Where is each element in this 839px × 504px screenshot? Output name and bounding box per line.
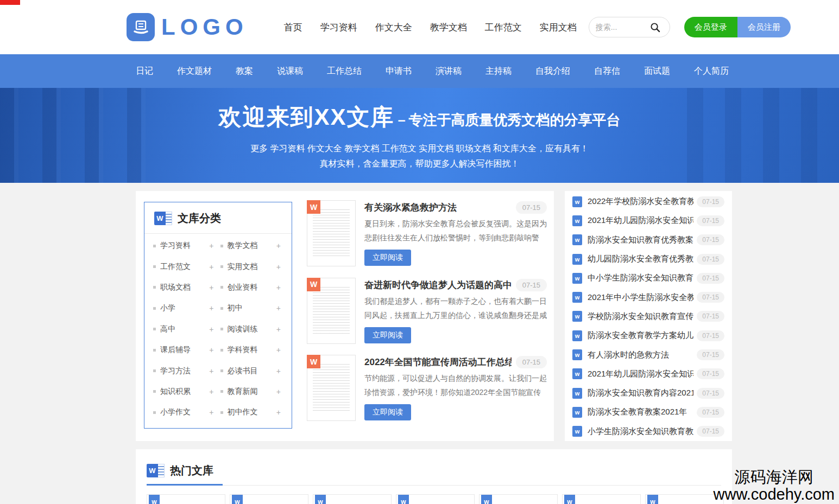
category-item[interactable]: 学科资料 + <box>220 340 288 360</box>
subnav-item[interactable]: 作文题材 <box>177 66 212 77</box>
subnav-item[interactable]: 说课稿 <box>277 66 303 77</box>
doc-title[interactable]: 2021年幼儿园防溺水安全知识 <box>588 369 693 379</box>
doc-list-item[interactable]: w 有人溺水时的急救方法 07-15 <box>572 345 724 364</box>
member-register-button[interactable]: 会员注册 <box>737 17 791 37</box>
hot-doc-card[interactable]: w <box>230 494 308 504</box>
category-item[interactable]: 教学文档 + <box>220 235 288 256</box>
category-item[interactable]: 学习资料 + <box>153 235 220 256</box>
doc-thumbnail[interactable]: W <box>307 355 356 421</box>
doc-thumbnail[interactable]: W <box>307 278 356 344</box>
plus-icon[interactable]: + <box>209 387 213 396</box>
doc-list-item[interactable]: w 防溺水安全知识教育优秀教案 07-15 <box>572 231 724 250</box>
plus-icon[interactable]: + <box>209 408 213 417</box>
doc-list-item[interactable]: w 2021年中小学生防溺水安全教 07-15 <box>572 288 724 307</box>
plus-icon[interactable]: + <box>209 325 213 334</box>
plus-icon[interactable]: + <box>209 367 213 375</box>
category-item[interactable]: 职场文档 + <box>153 277 220 298</box>
doc-list-item[interactable]: w 2021年幼儿园防溺水安全知识 07-15 <box>572 211 724 230</box>
hot-doc-card[interactable]: w <box>396 494 475 504</box>
doc-list-item[interactable]: w 中小学生防溺水安全知识教育教 07-15 <box>572 269 724 288</box>
doc-title[interactable]: 防溺水安全知识教育内容2021 <box>588 388 693 398</box>
read-now-button[interactable]: 立即阅读 <box>364 327 411 343</box>
category-item[interactable]: 知识积累 + <box>153 381 220 402</box>
site-logo[interactable]: LOGO <box>127 13 248 41</box>
plus-icon[interactable]: + <box>276 263 281 271</box>
plus-icon[interactable]: + <box>209 263 213 271</box>
hot-doc-card[interactable]: w <box>562 494 641 504</box>
category-item[interactable]: 教育新闻 + <box>220 381 288 402</box>
main-nav-item[interactable]: 教学文档 <box>430 21 467 34</box>
search-box[interactable] <box>589 17 670 37</box>
hot-doc-card[interactable]: w <box>645 494 724 504</box>
main-nav-item[interactable]: 学习资料 <box>320 21 357 34</box>
category-item[interactable]: 必读书目 + <box>220 360 288 381</box>
subnav-item[interactable]: 演讲稿 <box>436 66 462 77</box>
doc-title[interactable]: 幼儿园防溺水安全教育优秀教案 <box>588 254 693 264</box>
category-item[interactable]: 高中 + <box>153 319 220 340</box>
doc-list-item[interactable]: w 幼儿园防溺水安全教育优秀教案 07-15 <box>572 250 724 269</box>
hot-doc-card[interactable]: w <box>479 494 558 504</box>
subnav-item[interactable]: 申请书 <box>386 66 412 77</box>
category-item[interactable]: 课后辅导 + <box>153 340 220 360</box>
plus-icon[interactable]: + <box>276 241 281 250</box>
doc-thumbnail[interactable]: W <box>307 200 356 266</box>
subnav-item[interactable]: 个人简历 <box>694 66 729 77</box>
category-item[interactable]: 学习方法 + <box>153 360 220 381</box>
subnav-item[interactable]: 日记 <box>136 66 153 77</box>
doc-list-item[interactable]: w 学校防溺水安全知识教育宣传与 07-15 <box>572 307 724 326</box>
doc-list-item[interactable]: w 2022年学校防溺水安全教育教 07-15 <box>572 192 724 211</box>
category-item[interactable]: 初中 + <box>220 298 288 318</box>
search-icon[interactable] <box>650 22 660 33</box>
plus-icon[interactable]: + <box>276 283 281 292</box>
plus-icon[interactable]: + <box>276 325 281 334</box>
doc-title[interactable]: 防溺水安全教育教学方案幼儿园 <box>588 330 693 341</box>
category-item[interactable]: 小学 + <box>153 298 220 318</box>
plus-icon[interactable]: + <box>209 346 213 354</box>
plus-icon[interactable]: + <box>276 346 281 354</box>
category-item[interactable]: 阅读训练 + <box>220 319 288 340</box>
doc-list-item[interactable]: w 小学生防溺水安全知识教育教案 07-15 <box>572 422 724 441</box>
doc-title[interactable]: 小学生防溺水安全知识教育教案 <box>588 426 693 437</box>
plus-icon[interactable]: + <box>276 408 281 417</box>
doc-title[interactable]: 2021年中小学生防溺水安全教 <box>588 292 693 303</box>
main-nav-item[interactable]: 作文大全 <box>375 21 412 34</box>
doc-list-item[interactable]: w 2021年幼儿园防溺水安全知识 07-15 <box>572 365 724 384</box>
subnav-item[interactable]: 教案 <box>236 66 253 77</box>
main-nav-item[interactable]: 实用文档 <box>540 21 577 34</box>
category-item[interactable]: 工作范文 + <box>153 256 220 277</box>
article-title[interactable]: 2022年全国节能宣传周活动工作总结范 <box>364 356 512 368</box>
category-item[interactable]: 初中作文 + <box>220 402 288 423</box>
doc-title[interactable]: 2021年幼儿园防溺水安全知识 <box>588 215 693 226</box>
subnav-item[interactable]: 工作总结 <box>327 66 362 77</box>
subnav-item[interactable]: 自荐信 <box>594 66 620 77</box>
hot-doc-card[interactable]: w <box>147 494 225 504</box>
subnav-item[interactable]: 自我介绍 <box>535 66 570 77</box>
doc-title[interactable]: 防溺水安全知识教育优秀教案 <box>588 235 693 245</box>
doc-title[interactable]: 有人溺水时的急救方法 <box>588 350 693 360</box>
doc-title[interactable]: 防溺水安全教育教案2021年 <box>588 407 693 417</box>
plus-icon[interactable]: + <box>209 304 213 312</box>
hot-doc-card[interactable]: w <box>313 494 392 504</box>
doc-list-item[interactable]: w 防溺水安全知识教育内容2021 07-15 <box>572 384 724 403</box>
read-now-button[interactable]: 立即阅读 <box>364 404 411 420</box>
doc-title[interactable]: 2022年学校防溺水安全教育教 <box>588 196 693 207</box>
doc-title[interactable]: 学校防溺水安全知识教育宣传与 <box>588 311 693 322</box>
category-item[interactable]: 小学作文 + <box>153 402 220 423</box>
subnav-item[interactable]: 主持稿 <box>485 66 512 77</box>
subnav-item[interactable]: 面试题 <box>644 66 670 77</box>
doc-title[interactable]: 中小学生防溺水安全知识教育教 <box>588 273 693 283</box>
member-login-button[interactable]: 会员登录 <box>684 17 737 37</box>
main-nav-item[interactable]: 首页 <box>284 21 302 34</box>
plus-icon[interactable]: + <box>276 304 281 312</box>
main-nav-item[interactable]: 工作范文 <box>485 21 522 34</box>
plus-icon[interactable]: + <box>276 367 281 375</box>
plus-icon[interactable]: + <box>209 283 213 292</box>
search-input[interactable] <box>596 23 649 31</box>
doc-list-item[interactable]: w 防溺水安全教育教案2021年 07-15 <box>572 403 724 422</box>
plus-icon[interactable]: + <box>209 241 213 250</box>
article-title[interactable]: 有关溺水紧急救护方法 <box>364 201 457 214</box>
plus-icon[interactable]: + <box>276 387 281 396</box>
category-item[interactable]: 创业资料 + <box>220 277 288 298</box>
doc-list-item[interactable]: w 防溺水安全教育教学方案幼儿园 07-15 <box>572 326 724 345</box>
article-title[interactable]: 奋进新时代争做追梦人为话题的高中作 <box>364 279 512 291</box>
